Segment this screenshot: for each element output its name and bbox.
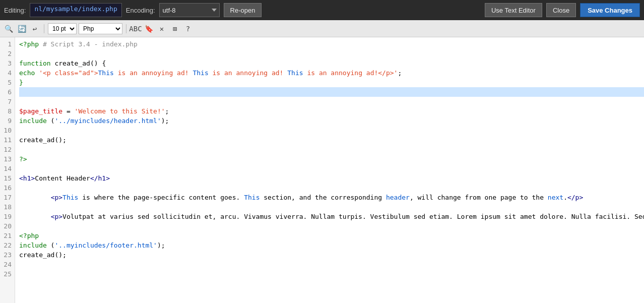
editing-label: Editing: (4, 7, 26, 14)
undo-icon[interactable]: ↩ (29, 23, 40, 34)
reopen-button[interactable]: Re-open (224, 3, 262, 17)
line-numbers: 12345 678910 1112131415 1617181920 21222… (0, 37, 15, 303)
language-select[interactable]: Php HTML JavaScript (79, 23, 122, 34)
top-toolbar: Editing: nl/mysample/index.php Encoding:… (0, 0, 644, 20)
search-icon[interactable]: 🔍 (3, 23, 14, 34)
toolbar-separator-2 (126, 24, 126, 33)
clear-icon[interactable]: ✕ (156, 23, 167, 34)
help-icon[interactable]: ? (182, 23, 194, 34)
code-content[interactable]: <?php # Script 3.4 - index.php function … (15, 37, 644, 303)
font-size-select[interactable]: 10 pt 12 pt 14 pt (48, 23, 77, 34)
encoding-select[interactable]: utf-8 (159, 3, 220, 17)
code-editor-area[interactable]: 12345 678910 1112131415 1617181920 21222… (0, 37, 644, 303)
save-changes-button[interactable]: Save Changes (580, 3, 640, 17)
secondary-toolbar: 🔍 🔄 ↩ 10 pt 12 pt 14 pt Php HTML JavaScr… (0, 20, 644, 37)
spell-check-icon[interactable]: ABC (130, 23, 141, 34)
toolbar-separator (44, 24, 44, 33)
refresh-icon[interactable]: 🔄 (16, 23, 27, 34)
encoding-label: Encoding: (126, 7, 155, 14)
layout-icon[interactable]: ⊞ (169, 23, 180, 34)
file-path-display: nl/mysample/index.php (30, 3, 121, 17)
bookmark-icon[interactable]: 🔖 (143, 23, 154, 34)
close-button[interactable]: Close (546, 3, 576, 17)
use-text-editor-button[interactable]: Use Text Editor (485, 3, 542, 17)
